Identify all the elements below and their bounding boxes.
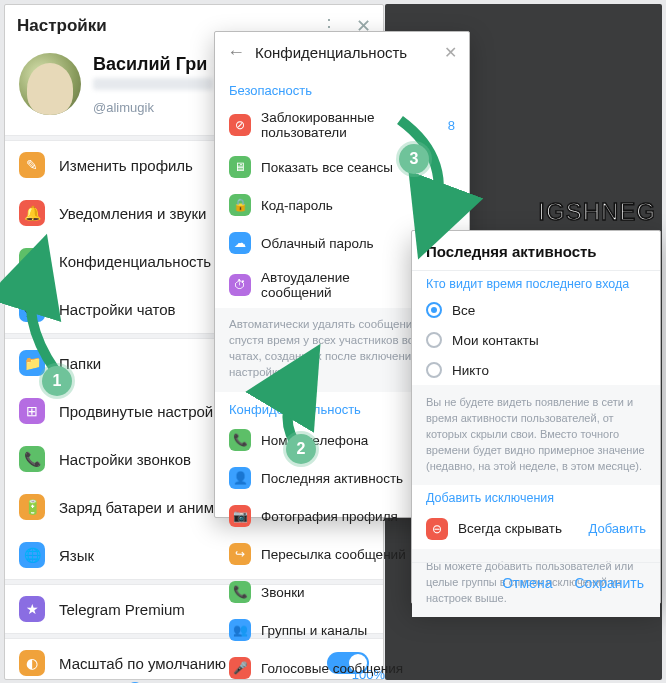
profile-handle: @alimugik xyxy=(93,100,213,115)
minus-icon: ⊖ xyxy=(426,518,448,540)
profile-name: Василий Гри xyxy=(93,54,213,75)
opt-contacts[interactable]: Мои контакты xyxy=(412,325,660,355)
add-link[interactable]: Добавить xyxy=(589,521,646,536)
item-icon: 📁 xyxy=(19,350,45,376)
item-value: 8 xyxy=(448,118,455,133)
item-label: Настройки чатов xyxy=(59,301,176,318)
item-icon: 📞 xyxy=(229,429,251,451)
item-label: Код-пароль xyxy=(261,198,333,213)
profile-phone-blurred xyxy=(93,78,213,90)
privacy-title: Конфиденциальность xyxy=(255,44,434,61)
avatar xyxy=(19,53,81,115)
always-hide-row[interactable]: ⊖ Всегда скрывать Добавить xyxy=(412,509,660,549)
item-icon: 📷 xyxy=(229,505,251,527)
item-label: Голосовые сообщения xyxy=(261,661,403,676)
privacy-item[interactable]: 🎤 Голосовые сообщения xyxy=(215,649,469,683)
section-security: Безопасность xyxy=(215,73,469,102)
item-label: Заблокированные пользователи xyxy=(261,110,438,140)
item-label: Пересылка сообщений xyxy=(261,547,406,562)
item-label: Уведомления и звуки xyxy=(59,205,206,222)
item-label: Папки xyxy=(59,355,101,372)
cancel-button[interactable]: Отмена xyxy=(502,575,552,591)
opt-nobody[interactable]: Никто xyxy=(412,355,660,385)
item-icon: ✎ xyxy=(19,152,45,178)
item-label: Последняя активность xyxy=(261,471,403,486)
item-label: Фотография профиля xyxy=(261,509,398,524)
privacy-item[interactable]: 🔒 Код-пароль Выкл. xyxy=(215,186,469,224)
item-icon: 🔒 xyxy=(229,194,251,216)
item-label: Язык xyxy=(59,547,94,564)
item-icon: 📞 xyxy=(19,446,45,472)
save-button[interactable]: Сохранить xyxy=(574,575,644,591)
item-label: Звонки xyxy=(261,585,305,600)
back-icon[interactable]: ← xyxy=(227,42,245,63)
radio-icon xyxy=(426,302,442,318)
privacy-item[interactable]: 👥 Группы и каналы xyxy=(215,611,469,649)
scale-label: Масштаб по умолчанию xyxy=(59,655,226,672)
item-label: Настройки звонков xyxy=(59,451,191,468)
item-label: Показать все сеансы xyxy=(261,160,393,175)
scale-icon: ◐ xyxy=(19,650,45,676)
item-icon: ⊘ xyxy=(229,114,251,136)
item-icon: 👥 xyxy=(229,619,251,641)
privacy-item[interactable]: 🖥 Показать все сеансы xyxy=(215,148,469,186)
lastseen-who: Кто видит время последнего входа xyxy=(412,271,660,295)
watermark: IGSHNEG xyxy=(538,198,656,226)
item-icon: 🔒 xyxy=(19,248,45,274)
exceptions-section: Добавить исключения xyxy=(412,485,660,509)
radio-icon xyxy=(426,332,442,348)
item-icon: 🔔 xyxy=(19,200,45,226)
item-icon: 🎤 xyxy=(229,657,251,679)
item-value: Выкл. xyxy=(420,198,455,213)
close-icon[interactable]: ✕ xyxy=(444,43,457,62)
item-label: Заряд батареи и анима xyxy=(59,499,222,516)
lastseen-title: Последняя активность xyxy=(412,231,660,270)
item-label: Облачный пароль xyxy=(261,236,374,251)
radio-icon xyxy=(426,362,442,378)
item-label: Номер телефона xyxy=(261,433,368,448)
item-icon: ⊞ xyxy=(19,398,45,424)
item-icon: 🖥 xyxy=(229,156,251,178)
lastseen-note: Вы не будете видеть появление в сети и в… xyxy=(412,385,660,485)
premium-icon: ★ xyxy=(19,596,45,622)
item-icon: 👤 xyxy=(229,467,251,489)
item-label: Конфиденциальность xyxy=(59,253,211,270)
item-label: Группы и каналы xyxy=(261,623,367,638)
lastseen-panel: Последняя активность Кто видит время пос… xyxy=(411,230,661,604)
item-label: Изменить профиль xyxy=(59,157,193,174)
item-icon: ↪ xyxy=(229,543,251,565)
item-icon: 🌐 xyxy=(19,542,45,568)
item-icon: ⏱ xyxy=(229,274,251,296)
item-icon: ☁ xyxy=(229,232,251,254)
item-icon: 🔋 xyxy=(19,494,45,520)
premium-label: Telegram Premium xyxy=(59,601,185,618)
item-icon: 📞 xyxy=(229,581,251,603)
item-label: Автоудаление сообщений xyxy=(261,270,410,300)
opt-all[interactable]: Все xyxy=(412,295,660,325)
privacy-item[interactable]: ⊘ Заблокированные пользователи 8 xyxy=(215,102,469,148)
item-label: Продвинутые настройки xyxy=(59,403,228,420)
item-icon: 💬 xyxy=(19,296,45,322)
